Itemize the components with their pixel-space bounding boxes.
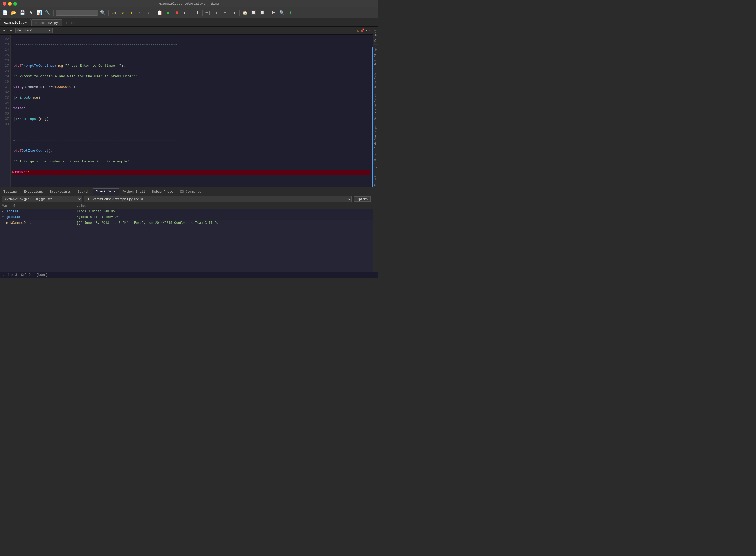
- editor-nav-back[interactable]: ◀: [2, 28, 7, 33]
- toolbar-separator-3: [154, 9, 154, 16]
- monitor-button[interactable]: 🖥: [270, 9, 277, 16]
- var-globals: ▼ globals: [2, 215, 76, 219]
- code-line-26: ▽ if sys.hexversion >= 0x03000000:: [13, 84, 370, 90]
- stack-header: example1.py (pid 17310) (paused) ★ GetIt…: [0, 195, 373, 203]
- titlebar: example1.py: tutorial.wpr: Wing: [0, 0, 378, 7]
- editor-toolbar: ◀ ▶ GetItemCount ▾ ⚠ 📌 ▾ ✕: [0, 27, 373, 35]
- close-editor-icon[interactable]: ✕: [369, 28, 371, 33]
- code-line-sep2: #---------------------------------------…: [13, 138, 370, 143]
- bottom-tabs: Testing Exceptions Breakpoints Search St…: [0, 187, 373, 195]
- toolbar-separator-5: [202, 9, 203, 16]
- sidebar-tab-uses[interactable]: Uses: [373, 151, 378, 164]
- code-line-29: │ x = raw_input(msg): [13, 116, 370, 122]
- toolbar-separator-6: [239, 9, 240, 16]
- step-out-button[interactable]: ↧: [213, 9, 220, 16]
- tab-breakpoints[interactable]: Breakpoints: [46, 189, 74, 195]
- tab-exceptions[interactable]: Exceptions: [20, 189, 46, 195]
- tools-button[interactable]: 📊: [36, 9, 43, 16]
- status-icon: ★: [2, 273, 4, 277]
- statusbar: ★ Line 31 Col 0 – [User]: [0, 272, 378, 278]
- tab-help[interactable]: Help: [63, 20, 78, 26]
- sidebar-tab-codewarnings[interactable]: Code Warnings: [373, 123, 378, 151]
- tab-search[interactable]: Search: [74, 189, 93, 195]
- dropdown-icon[interactable]: ▾: [366, 28, 368, 33]
- tab-testing[interactable]: Testing: [0, 189, 20, 195]
- print-button[interactable]: 🖨: [27, 9, 35, 16]
- step-next-button[interactable]: ⇥: [230, 9, 237, 16]
- save-file-button[interactable]: 💾: [19, 9, 26, 16]
- bookmark4-button[interactable]: ✧: [145, 9, 152, 16]
- code-line-27: │ x = input(msg): [13, 95, 370, 100]
- toolbar-separator-4: [191, 9, 191, 16]
- goto-button[interactable]: 🏠: [241, 9, 249, 16]
- tab-python-shell[interactable]: Python Shell: [119, 189, 148, 195]
- step-in-button[interactable]: →|: [204, 9, 212, 16]
- code-line-24: ▽ def PromptToContinue(msg="Press Enter …: [13, 63, 370, 69]
- tab-example1[interactable]: example1.py: [0, 19, 31, 26]
- open-file-button[interactable]: 📂: [10, 9, 18, 16]
- line-numbers: 22 23 24 25 26 27 28 29 30 31 32 33 34 3…: [0, 35, 11, 186]
- tab-example2[interactable]: example2.py: [31, 20, 62, 26]
- stack-row-kcanneddata[interactable]: ▶ kCannedData [[' June 13, 2013 11:43 AM…: [0, 220, 373, 226]
- function-dropdown[interactable]: GetItemCount ▾: [15, 28, 53, 33]
- stack-options-button[interactable]: Options: [354, 197, 371, 202]
- editor-area: ◀ ▶ GetItemCount ▾ ⚠ 📌 ▾ ✕ 22 23 24 25 2…: [0, 27, 373, 272]
- stack-data-header: Variable Value: [0, 203, 373, 209]
- nav-button[interactable]: 🔲: [250, 9, 257, 16]
- tab-os-commands[interactable]: OS Commands: [177, 189, 205, 195]
- window-controls: [3, 2, 17, 6]
- close-button[interactable]: [3, 2, 6, 6]
- status-text: Line 31 Col 0 – [User]: [6, 273, 47, 277]
- toolbar: 📄 📂 💾 🖨 📊 🔧 🔍 AB ★ ✦ ✦ ✧ 📋 ▶ ■ ↻ ⏸ →| ↧ …: [0, 7, 378, 18]
- info-button[interactable]: 🔲: [259, 9, 266, 16]
- code-line-23: [13, 53, 370, 58]
- warning-icon[interactable]: ⚠: [357, 28, 359, 33]
- val-locals: <locals dict; len=0>: [76, 210, 371, 213]
- download-button[interactable]: ⬇: [287, 9, 294, 16]
- sidebar-tab-diffmerge[interactable]: Diff/Merge: [373, 44, 378, 68]
- maximize-button[interactable]: [13, 2, 17, 6]
- sidebar-tab-project[interactable]: Project: [373, 27, 378, 44]
- editor-toolbar-right: ⚠ 📌 ▾ ✕: [357, 28, 371, 33]
- search-input[interactable]: [56, 10, 98, 16]
- col-header-variable: Variable: [2, 204, 76, 208]
- stack-frame-select[interactable]: ★ GetItemCount(): example1.py, line 31: [84, 196, 352, 202]
- tab-debug-probe[interactable]: Debug Probe: [148, 189, 176, 195]
- code-content[interactable]: #---------------------------------------…: [11, 35, 373, 186]
- pause-button[interactable]: ⏸: [193, 9, 200, 16]
- file-icon-button[interactable]: 📋: [156, 9, 164, 16]
- stop-button[interactable]: ■: [173, 9, 180, 16]
- sidebar-tab-refactoring[interactable]: Refactoring: [373, 164, 378, 189]
- editor-nav-fwd[interactable]: ▶: [8, 28, 14, 33]
- tab-stack-data[interactable]: Stack Data: [93, 188, 119, 195]
- code-line-30: ▽ def GetItemCount():: [13, 148, 370, 153]
- code-editor[interactable]: 22 23 24 25 26 27 28 29 30 31 32 33 34 3…: [0, 35, 373, 186]
- sidebar-tab-openfiles[interactable]: Open Files: [373, 68, 378, 91]
- minimize-button[interactable]: [8, 2, 12, 6]
- ab-button[interactable]: AB: [111, 9, 118, 16]
- chevron-down-icon: ▾: [49, 28, 51, 32]
- right-sidebar: Project Diff/Merge Open Files Search in …: [373, 27, 378, 272]
- code-line-blank2: [13, 180, 370, 185]
- new-file-button[interactable]: 📄: [2, 9, 9, 16]
- restart-button[interactable]: ↻: [181, 9, 189, 16]
- toolbar-separator-2: [108, 9, 109, 16]
- zoom-button[interactable]: 🔍: [278, 9, 286, 16]
- code-line-31: ● return 5: [13, 170, 370, 175]
- stack-row-globals[interactable]: ▼ globals <globals dict; len=19>: [0, 214, 373, 220]
- magic-button[interactable]: 🔧: [44, 9, 51, 16]
- run-button[interactable]: ▶: [165, 9, 172, 16]
- stack-row-locals[interactable]: ▶ locals <locals dict; len=0>: [0, 209, 373, 214]
- search-button[interactable]: 🔍: [99, 9, 107, 16]
- bookmark2-button[interactable]: ✦: [128, 9, 135, 16]
- stack-file-select[interactable]: example1.py (pid 17310) (paused): [2, 196, 82, 202]
- sidebar-tab-searchinfiles[interactable]: Search in Files: [373, 91, 378, 123]
- bookmark-button[interactable]: ★: [119, 9, 127, 16]
- toolbar-separator-1: [54, 9, 54, 16]
- expand-locals-icon: ▶: [2, 210, 4, 213]
- col-header-value: Value: [76, 204, 371, 208]
- expand-globals-icon: ▼: [2, 216, 4, 219]
- bookmark3-button[interactable]: ✦: [136, 9, 143, 16]
- pin-icon[interactable]: 📌: [360, 28, 365, 33]
- step-over-button[interactable]: →: [221, 9, 229, 16]
